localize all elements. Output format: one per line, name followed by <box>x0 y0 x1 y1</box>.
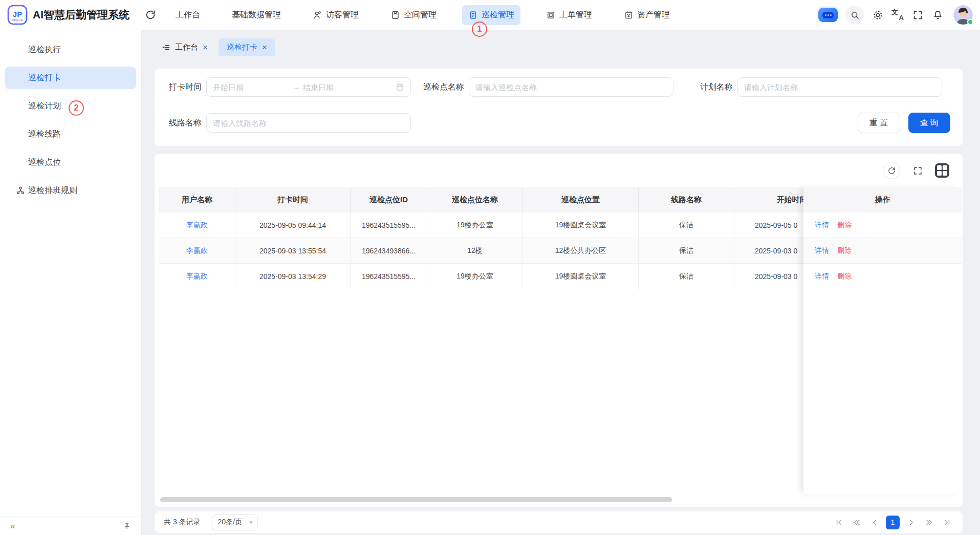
point-name-field[interactable] <box>469 77 673 97</box>
col-header-user[interactable]: 用户名称 <box>159 187 235 212</box>
sidebar-item-label: 巡检执行 <box>28 45 61 55</box>
user-avatar[interactable] <box>953 5 973 25</box>
tab-inspection-checkin[interactable]: 巡检打卡 × <box>219 38 275 56</box>
point-name-cell: 19楼办公室 <box>427 212 523 238</box>
sidebar-item-inspection-route[interactable]: 巡检线路 <box>5 123 136 145</box>
detail-link[interactable]: 详情 <box>815 246 829 255</box>
delete-link[interactable]: 删除 <box>837 272 852 281</box>
next-page-button[interactable] <box>904 516 918 529</box>
app-title: AI智慧后勤管理系统 <box>33 8 129 22</box>
nav-item-label: 巡检管理 <box>482 10 514 20</box>
main-area: 工作台 × 巡检打卡 × 打卡时间 → <box>142 30 980 535</box>
point-name-input[interactable] <box>475 83 667 92</box>
detail-link[interactable]: 详情 <box>815 221 829 230</box>
nav-item-asset[interactable]: 资产管理 <box>618 5 676 25</box>
last-page-button[interactable] <box>940 516 953 529</box>
pagination-bar: 共 3 条记录 20条/页 ▾ <box>155 511 963 533</box>
next-5-pages-button[interactable] <box>922 516 935 529</box>
plan-name-input[interactable] <box>744 83 935 92</box>
point-id-cell: 196243493866... <box>351 238 427 263</box>
col-header-actions: 操作 <box>803 187 962 212</box>
search-icon[interactable] <box>845 6 864 24</box>
prev-5-pages-button[interactable] <box>850 516 863 529</box>
action-cell: 详情 删除 <box>803 264 962 289</box>
sidebar-item-inspection-execute[interactable]: 巡检执行 <box>5 38 136 61</box>
tab-workbench[interactable]: 工作台 × <box>154 38 216 56</box>
user-name-link[interactable]: 李赢政 <box>186 246 208 255</box>
expand-table-icon[interactable] <box>910 163 925 178</box>
col-header-point-id[interactable]: 巡检点位ID <box>351 187 427 212</box>
col-header-check-time[interactable]: 打卡时间 <box>235 187 351 212</box>
asset-calendar-icon <box>624 10 634 20</box>
content: 打卡时间 → 巡检点名称 计划名称 <box>142 56 980 533</box>
sidebar-footer: « <box>0 517 141 535</box>
settings-gear-icon[interactable] <box>872 9 884 21</box>
action-cell: 详情 删除 <box>803 212 962 238</box>
query-button[interactable]: 查 询 <box>908 113 950 133</box>
nav-item-workbench[interactable]: 工作台 <box>169 5 206 25</box>
user-name-link[interactable]: 李赢政 <box>186 221 208 230</box>
notification-bell-icon[interactable] <box>931 9 944 21</box>
horizontal-scrollbar[interactable] <box>160 497 672 502</box>
check-time-cell: 2025-09-03 13:54:29 <box>235 264 351 289</box>
sidebar-item-inspection-checkin[interactable]: 巡检打卡 <box>5 67 136 89</box>
table-header-row: 用户名称 打卡时间 巡检点位ID 巡检点位名称 巡检点位置 线路名称 开始时间 <box>159 187 803 212</box>
location-cell: 19楼圆桌会议室 <box>523 264 639 289</box>
calendar-icon <box>396 83 404 92</box>
sidebar-item-inspection-point[interactable]: 巡检点位 <box>5 151 136 174</box>
page-size-select[interactable]: 20条/页 ▾ <box>212 515 258 530</box>
column-settings-icon[interactable] <box>935 163 949 178</box>
check-time-cell: 2025-09-05 09:44:14 <box>235 212 351 238</box>
menu-lines-icon <box>162 43 170 52</box>
point-name-cell: 12楼 <box>427 238 523 263</box>
refresh-table-icon[interactable] <box>883 162 900 179</box>
ai-robot-icon[interactable] <box>818 8 838 22</box>
navbar-right-tools: 文 A <box>818 5 973 25</box>
sidebar-item-inspection-schedule-rule[interactable]: 巡检排班规则 <box>5 179 136 202</box>
delete-link[interactable]: 删除 <box>837 221 852 230</box>
col-header-route[interactable]: 线路名称 <box>639 187 734 212</box>
col-header-location[interactable]: 巡检点位置 <box>523 187 639 212</box>
start-time-cell: 2025-09-03 0 <box>734 238 803 263</box>
end-date-input[interactable] <box>303 83 380 92</box>
first-page-button[interactable] <box>832 516 845 529</box>
page-refresh-icon[interactable] <box>145 9 156 20</box>
nav-item-inspection[interactable]: 巡检管理 <box>462 5 520 25</box>
nav-item-label: 访客管理 <box>326 10 359 20</box>
sidebar-menu: 巡检执行 巡检打卡 巡检计划 巡检线路 巡检点位 <box>0 30 141 202</box>
fullscreen-icon[interactable] <box>911 9 924 21</box>
nav-item-workorder[interactable]: 工单管理 <box>540 5 598 25</box>
sidebar-collapse-icon[interactable]: « <box>10 521 15 531</box>
prev-page-button[interactable] <box>868 516 881 529</box>
col-header-start-time[interactable]: 开始时间 <box>734 187 803 212</box>
route-name-input[interactable] <box>213 119 404 127</box>
plan-name-field[interactable] <box>737 77 942 97</box>
tab-label: 巡检打卡 <box>227 42 257 52</box>
date-range-picker[interactable]: → <box>206 77 411 97</box>
route-cell: 保洁 <box>639 212 734 238</box>
workorder-clipboard-icon <box>546 10 556 20</box>
nav-item-label: 资产管理 <box>637 10 670 20</box>
col-header-point-name[interactable]: 巡检点位名称 <box>427 187 523 212</box>
route-name-field[interactable] <box>206 113 411 133</box>
delete-link[interactable]: 删除 <box>837 246 852 255</box>
translate-icon[interactable]: 文 A <box>891 9 904 21</box>
reset-button[interactable]: 重 置 <box>858 113 900 133</box>
nav-item-basic-data[interactable]: 基础数据管理 <box>226 5 287 25</box>
user-name-link[interactable]: 李赢政 <box>186 272 208 281</box>
nav-item-space[interactable]: 空间管理 <box>384 5 443 25</box>
detail-link[interactable]: 详情 <box>815 272 829 281</box>
table-row: 李赢政 2025-09-03 13:54:29 196243515595... … <box>159 264 803 289</box>
start-date-input[interactable] <box>213 83 290 92</box>
pin-icon[interactable] <box>123 522 131 530</box>
close-icon[interactable]: × <box>262 43 267 52</box>
nav-item-visitor[interactable]: 访客管理 <box>307 5 365 25</box>
nav-item-label: 工单管理 <box>559 10 592 20</box>
tab-bar: 工作台 × 巡检打卡 × <box>142 30 980 56</box>
start-time-cell: 2025-09-05 0 <box>734 212 803 238</box>
pager: 1 <box>832 516 953 529</box>
data-table: 用户名称 打卡时间 巡检点位ID 巡检点位名称 巡检点位置 线路名称 开始时间 <box>159 187 962 494</box>
current-page-button[interactable]: 1 <box>886 516 900 529</box>
table-row: 李赢政 2025-09-05 09:44:14 196243515595... … <box>159 212 803 238</box>
close-icon[interactable]: × <box>203 43 208 52</box>
